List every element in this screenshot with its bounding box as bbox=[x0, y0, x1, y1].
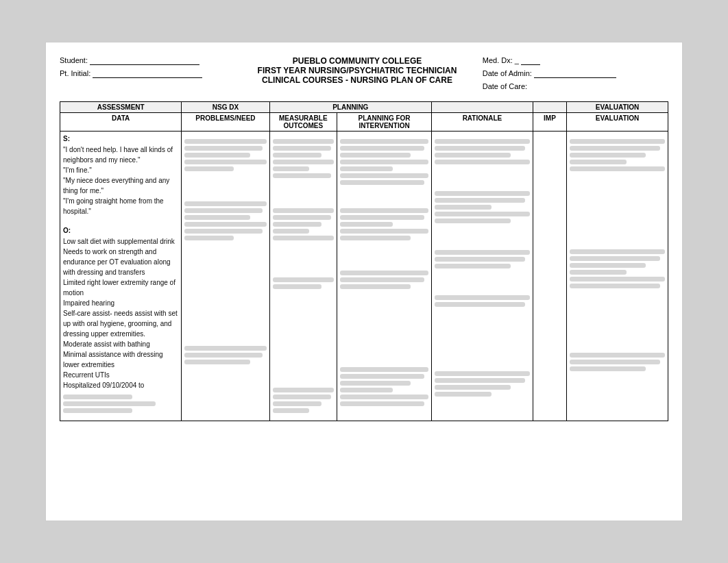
measurable-content-2 bbox=[273, 203, 335, 245]
objective-6: Moderate assist with bathing bbox=[63, 339, 178, 349]
blur-p-17 bbox=[340, 374, 424, 379]
blur-e-7 bbox=[570, 256, 660, 261]
planning-content-2 bbox=[340, 203, 428, 245]
planning-content-3 bbox=[340, 266, 428, 294]
objective-1: Low salt diet with supplemental drink bbox=[63, 236, 178, 247]
blur-p-11 bbox=[340, 229, 428, 234]
blur-p-21 bbox=[340, 401, 424, 406]
rationale-subheader: RATIONALE bbox=[432, 113, 533, 132]
date-care-label: Date of Care: bbox=[483, 82, 527, 90]
measurable-content-3 bbox=[273, 273, 335, 294]
blur-p-2 bbox=[340, 146, 424, 151]
med-dx-label: Med. Dx: bbox=[483, 56, 513, 64]
blur-r-12 bbox=[435, 264, 511, 268]
quote-4: "I'm going straight home from the hospit… bbox=[63, 196, 178, 216]
blur-p-3 bbox=[340, 153, 411, 158]
student-field[interactable] bbox=[90, 56, 199, 65]
blur-m-10 bbox=[273, 229, 310, 234]
blur-m-4 bbox=[273, 160, 335, 164]
blur-nsg-14 bbox=[184, 360, 250, 364]
date-care-line: Date of Care: bbox=[483, 82, 668, 90]
med-dx-line: Med. Dx: _ bbox=[483, 56, 668, 65]
blur-p-19 bbox=[340, 388, 393, 392]
blur-nsg-9 bbox=[184, 222, 266, 227]
blur-m-5 bbox=[273, 166, 310, 171]
pt-field[interactable] bbox=[93, 69, 202, 78]
quote-3: "My niece does everything and any thing … bbox=[63, 175, 178, 196]
blur-m-14 bbox=[273, 388, 335, 392]
date-admin-field[interactable] bbox=[534, 69, 616, 78]
header-right: Med. Dx: _ Date of Admin: Date of Care: bbox=[469, 56, 668, 95]
blur-p-5 bbox=[340, 166, 393, 171]
blur-p-1 bbox=[340, 139, 428, 144]
header-center: PUEBLO COMMUNITY COLLEGE FIRST YEAR NURS… bbox=[245, 56, 469, 95]
planning-content-1 bbox=[340, 134, 428, 190]
blur-e-10 bbox=[570, 277, 665, 282]
planning-cell bbox=[337, 132, 432, 421]
blur-nsg-4 bbox=[184, 160, 266, 164]
blur-p-7 bbox=[340, 180, 424, 185]
blur-m-1 bbox=[273, 139, 335, 144]
program-title: FIRST YEAR NURSING/PSYCHIATRIC TECHNICIA… bbox=[245, 66, 469, 75]
blur-m-13 bbox=[273, 284, 322, 289]
evaluation-cell bbox=[567, 132, 668, 421]
blur-nsg-1 bbox=[184, 139, 266, 144]
blur-r-3 bbox=[435, 153, 511, 158]
blur-p-6 bbox=[340, 173, 428, 178]
pt-line: Pt. Initial: bbox=[60, 69, 245, 78]
student-line: Student: bbox=[60, 56, 245, 65]
course-title: CLINICAL COURSES - NURSING PLAN OF CARE bbox=[245, 75, 469, 85]
evaluation-header: EVALUATION bbox=[567, 102, 668, 113]
rationale-content-1 bbox=[435, 134, 530, 169]
blur-nsg-10 bbox=[184, 229, 262, 234]
blur-m-15 bbox=[273, 395, 331, 399]
blur-p-13 bbox=[340, 271, 428, 275]
blur-r-4 bbox=[435, 160, 530, 164]
blur-m-17 bbox=[273, 408, 310, 413]
blur-p-4 bbox=[340, 160, 428, 164]
imp-cell bbox=[533, 132, 566, 421]
objective-5: Self-care assist- needs assist with set … bbox=[63, 308, 178, 339]
med-dx-field[interactable] bbox=[521, 56, 540, 65]
assessment-data-cell: S: "I don't need help. I have all kinds … bbox=[60, 132, 182, 421]
rationale-spacer bbox=[432, 102, 533, 113]
blur-e-4 bbox=[570, 160, 627, 164]
objective-3: Limited right lower extremity range of m… bbox=[63, 277, 178, 298]
blur-p-12 bbox=[340, 236, 411, 240]
blur-r-18 bbox=[435, 392, 492, 397]
blur-m-3 bbox=[273, 153, 322, 158]
blur-e-11 bbox=[570, 284, 660, 288]
date-admin-label: Date of Admin: bbox=[483, 69, 532, 77]
blur-e-14 bbox=[570, 366, 646, 371]
rationale-content-2 bbox=[435, 186, 530, 228]
blur-m-12 bbox=[273, 277, 335, 282]
blur-m-8 bbox=[273, 215, 331, 220]
problems-subheader: PROBLEMS/NEED bbox=[182, 113, 269, 132]
student-label: Student: bbox=[60, 56, 88, 64]
blur-r-15 bbox=[435, 371, 530, 376]
blur-p-9 bbox=[340, 215, 424, 220]
measurable-content-4 bbox=[273, 383, 335, 418]
blur-3 bbox=[63, 408, 132, 413]
quote-1: "I don't need help. I have all kinds of … bbox=[63, 145, 178, 165]
eval-subheader: EVALUATION bbox=[567, 113, 668, 132]
blur-r-14 bbox=[435, 302, 525, 307]
nsg-dx-cell bbox=[182, 132, 269, 421]
blur-e-9 bbox=[570, 270, 627, 275]
blur-m-16 bbox=[273, 401, 322, 406]
blur-r-16 bbox=[435, 378, 525, 383]
blur-p-10 bbox=[340, 222, 393, 227]
header-left: Student: Pt. Initial: bbox=[60, 56, 245, 95]
s-label: S: bbox=[63, 134, 178, 145]
blur-nsg-7 bbox=[184, 208, 262, 213]
blur-2 bbox=[63, 401, 156, 406]
planning-header: PLANNING bbox=[269, 102, 432, 113]
objective-9: Hospitalized 09/10/2004 to bbox=[63, 380, 178, 390]
blur-m-7 bbox=[273, 208, 335, 213]
nsg-dx-content-1 bbox=[184, 134, 266, 176]
eval-content-3 bbox=[570, 348, 665, 376]
measurable-content-1 bbox=[273, 134, 335, 183]
blur-r-5 bbox=[435, 191, 530, 196]
blur-e-12 bbox=[570, 353, 665, 358]
data-subheader: DATA bbox=[60, 113, 182, 132]
